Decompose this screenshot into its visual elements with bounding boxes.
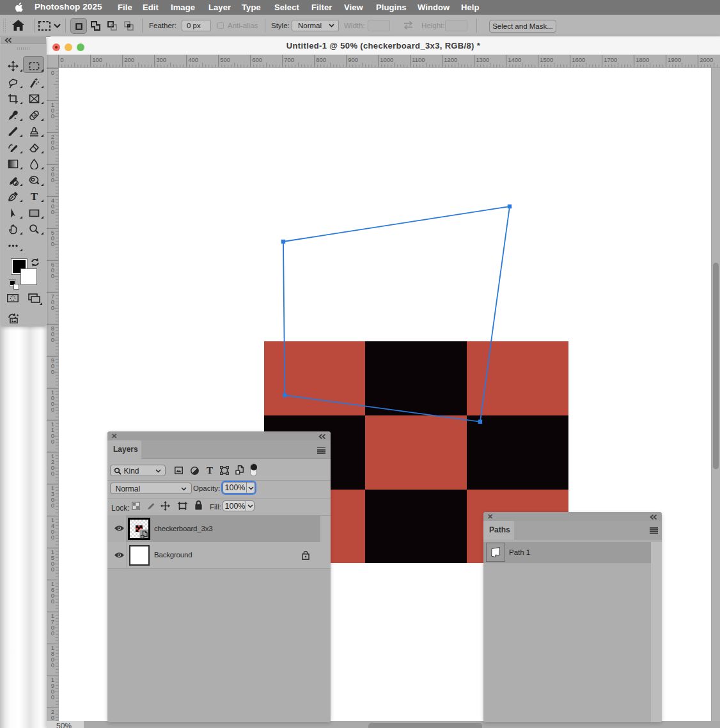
svg-text:100: 100: [92, 56, 102, 63]
svg-text:0: 0: [51, 69, 54, 76]
svg-text:1800: 1800: [636, 56, 649, 63]
svg-text:0: 0: [51, 534, 54, 541]
svg-text:1400: 1400: [508, 56, 521, 63]
svg-text:400: 400: [188, 56, 198, 63]
svg-text:T: T: [30, 191, 38, 202]
svg-text:0: 0: [51, 662, 54, 669]
svg-text:500: 500: [220, 56, 230, 63]
svg-text:0: 0: [51, 406, 54, 413]
svg-text:900: 900: [348, 56, 358, 63]
svg-text:700: 700: [284, 56, 294, 63]
svg-text:1600: 1600: [572, 56, 585, 63]
svg-text:1000: 1000: [380, 56, 393, 63]
svg-text:200: 200: [124, 56, 134, 63]
svg-text:800: 800: [316, 56, 326, 63]
svg-text:2000: 2000: [700, 56, 713, 63]
svg-text:0: 0: [60, 56, 63, 63]
svg-text:300: 300: [156, 56, 166, 63]
svg-text:0: 0: [51, 598, 54, 605]
svg-text:0: 0: [51, 208, 54, 215]
svg-text:600: 600: [252, 56, 262, 63]
svg-text:0: 0: [51, 693, 54, 701]
svg-text:1700: 1700: [604, 56, 617, 63]
svg-text:1300: 1300: [476, 56, 489, 63]
svg-text:0: 0: [51, 566, 54, 573]
svg-text:1200: 1200: [444, 56, 457, 63]
svg-text:0: 0: [51, 176, 54, 183]
svg-text:1900: 1900: [668, 56, 681, 63]
svg-text:1100: 1100: [412, 56, 425, 63]
svg-text:1500: 1500: [540, 56, 553, 63]
svg-text:0: 0: [51, 470, 54, 477]
svg-text:0: 0: [51, 438, 54, 445]
svg-text:0: 0: [51, 630, 54, 637]
svg-text:0: 0: [51, 502, 54, 509]
svg-text:T: T: [207, 466, 213, 474]
